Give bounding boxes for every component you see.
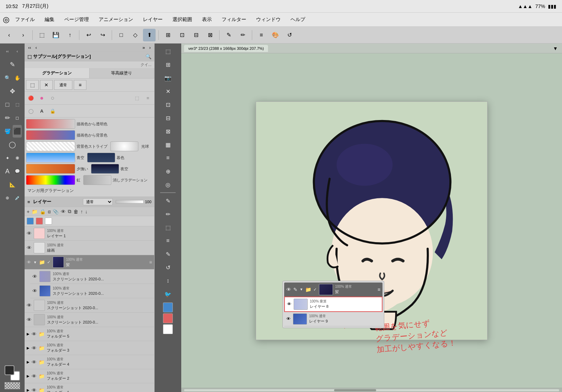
toolbar-select-rect[interactable]: □: [115, 29, 128, 41]
tool-mix[interactable]: ⊕: [3, 192, 12, 204]
toolbar-rotate[interactable]: ↺: [283, 29, 296, 41]
layer-eye-hair[interactable]: 👁: [27, 260, 31, 265]
rtool-twitter[interactable]: 🐦: [159, 288, 177, 300]
rtool-camera[interactable]: 📷: [159, 72, 177, 84]
layer-clip-btn[interactable]: 📎: [53, 209, 59, 214]
palette-icon[interactable]: ⬚: [132, 93, 142, 103]
popup-eye-8[interactable]: 👁: [287, 301, 292, 307]
rtool-transform[interactable]: ⬚: [159, 221, 177, 234]
tool-hand[interactable]: ✋: [13, 72, 22, 84]
opacity-bar[interactable]: [116, 200, 144, 204]
text-a-icon[interactable]: A: [37, 106, 47, 116]
layer-color-3[interactable]: [45, 218, 52, 225]
panel-right-arrows[interactable]: »: [140, 44, 147, 51]
rtool-rotate[interactable]: ↺: [159, 261, 177, 274]
toolbar-layer-view[interactable]: ⊟: [190, 29, 202, 41]
layer-eye-f3[interactable]: 👁: [32, 345, 37, 351]
layer-color-1[interactable]: [27, 218, 34, 225]
canvas-tab-close[interactable]: ▼: [551, 46, 559, 51]
layer-item-hair[interactable]: 👁 ▼ 📁 ✓ 100% 通常 髪 ≡: [25, 255, 154, 270]
layer-eye-f4[interactable]: 👁: [32, 359, 37, 365]
tool-figure[interactable]: ◯: [3, 138, 21, 151]
menu-page[interactable]: ページ管理: [60, 15, 93, 24]
layer-item-lineart[interactable]: 👁 100% 通常 線画: [25, 241, 154, 255]
tool-nav-left[interactable]: ‹‹: [3, 45, 12, 58]
popup-eye-icon[interactable]: 👁: [286, 287, 291, 292]
preset-gradient-2[interactable]: [26, 141, 75, 151]
layer-eye-ss1[interactable]: 👁: [27, 303, 32, 308]
preset-gradient-5b[interactable]: [83, 175, 111, 185]
layer-eye-ss2[interactable]: 👁: [27, 317, 32, 323]
toolbar-export[interactable]: ↑: [64, 29, 76, 41]
menu-select[interactable]: 選択範囲: [168, 15, 196, 24]
menu-help[interactable]: ヘルプ: [286, 15, 309, 24]
rtool-nav3[interactable]: ◎: [159, 178, 177, 191]
toolbar-ref[interactable]: ⊠: [204, 29, 216, 41]
preset-gradient-1[interactable]: [26, 130, 75, 140]
tool-select-lasso[interactable]: ⬚: [13, 98, 22, 111]
layer-item-f5[interactable]: ▶ 👁 📁 100% 通常 フォルダー 5: [25, 327, 154, 341]
layer-folder-arrow[interactable]: ▼: [33, 260, 37, 264]
tool-pen[interactable]: ✎: [3, 58, 21, 71]
layer-color-2[interactable]: [36, 218, 43, 225]
layer-item-f1[interactable]: ▶ 👁 📁 100% 通常 フォルダー 1: [25, 383, 154, 392]
rtool-grid3[interactable]: ⊟: [159, 112, 177, 124]
tool-pattern[interactable]: ❋: [13, 152, 22, 164]
menu-file[interactable]: ファイル: [11, 15, 39, 24]
preset-gradient-4[interactable]: [26, 164, 75, 174]
layer-item-ss1[interactable]: 👁 100% 通常 スクリーンショット 2020-0...: [25, 298, 154, 313]
layer-move-up-btn[interactable]: ↑: [80, 209, 83, 214]
layer-move-down-btn[interactable]: ↓: [85, 209, 87, 214]
tool-text[interactable]: A: [3, 165, 12, 178]
popup-menu-btn[interactable]: ≡: [378, 287, 380, 292]
layer-lock-btn[interactable]: 🔒: [40, 209, 46, 214]
preset-gradient-3b[interactable]: [87, 153, 115, 162]
layer-item-8[interactable]: 👁 100% 通常 スクリーンショット 2020-0...: [30, 270, 154, 284]
gradient-type-linear[interactable]: ⬚: [26, 80, 39, 90]
foreground-color[interactable]: [5, 365, 14, 375]
canvas-tab[interactable]: ver3* 23/23 (2388 x 1668px 300dpi 207.7%…: [184, 45, 268, 52]
preset-gradient-5[interactable]: [26, 175, 75, 185]
rtool-grid5[interactable]: ▦: [159, 138, 177, 151]
gradient-option2[interactable]: ≡: [74, 80, 86, 90]
rtool-zoom[interactable]: ↕: [159, 274, 177, 287]
tool-deco[interactable]: ✦: [3, 152, 12, 164]
tool-nav-right[interactable]: ‹: [13, 45, 22, 58]
layer-item-f4[interactable]: ▶ 👁 📁 100% 通常 フォルダー 4: [25, 355, 154, 369]
layer-duplicate-btn[interactable]: ⧉: [68, 208, 71, 214]
layer-eye-f1[interactable]: 👁: [32, 387, 37, 392]
menu-filter[interactable]: フィルター: [217, 15, 250, 24]
tool-eraser[interactable]: ◻: [13, 112, 22, 124]
layer-blend-mode-select[interactable]: 通常乗算スクリーン: [83, 198, 113, 205]
preset-gradient-3[interactable]: [26, 153, 75, 162]
layer-folder-arrow-f3[interactable]: ▶: [27, 346, 30, 350]
right-color-white[interactable]: [163, 324, 173, 334]
tool-move[interactable]: ✥: [3, 85, 21, 98]
layer-new-btn[interactable]: +: [27, 209, 30, 214]
layer-menu-hair[interactable]: ≡: [149, 259, 152, 265]
pink-dot-icon[interactable]: ●: [37, 93, 47, 103]
pink-circle-icon[interactable]: 🔴: [26, 93, 36, 103]
toolbar-canvas[interactable]: ⬚: [35, 29, 48, 41]
popup-arrow[interactable]: ▼: [300, 287, 303, 291]
right-color-red[interactable]: [163, 313, 173, 323]
toolbar-back[interactable]: ‹: [3, 29, 15, 41]
toolbar-brush2[interactable]: ✏: [236, 29, 249, 41]
popup-layer8[interactable]: 👁 100% 乗算 レイヤー 8: [284, 297, 383, 312]
rtool-nav[interactable]: ≡: [159, 152, 177, 164]
layer-delete-btn[interactable]: 🗑: [73, 209, 78, 214]
layer-item-f3[interactable]: ▶ 👁 📁 100% 通常 フォルダー 3: [25, 341, 154, 355]
menu-animation[interactable]: アニメーション: [94, 15, 137, 24]
layer-folder-arrow-f1[interactable]: ▶: [27, 388, 30, 392]
white-circle-icon[interactable]: ◯: [26, 106, 36, 116]
rtool-pen3[interactable]: ✎: [159, 248, 177, 260]
panel-menu[interactable]: ›: [147, 44, 153, 51]
lock-icon[interactable]: 🔒: [48, 106, 58, 116]
empty-circle-icon[interactable]: ○: [48, 93, 58, 103]
tool-brush[interactable]: ✏: [3, 112, 12, 124]
gradient-close[interactable]: ✕: [40, 80, 53, 90]
sub-panel-search[interactable]: 🔍: [145, 54, 151, 59]
popup-pen-icon[interactable]: ✎: [293, 287, 298, 292]
toolbar-move[interactable]: ⬆: [143, 29, 156, 41]
tool-gradient[interactable]: ⬛: [13, 125, 22, 138]
